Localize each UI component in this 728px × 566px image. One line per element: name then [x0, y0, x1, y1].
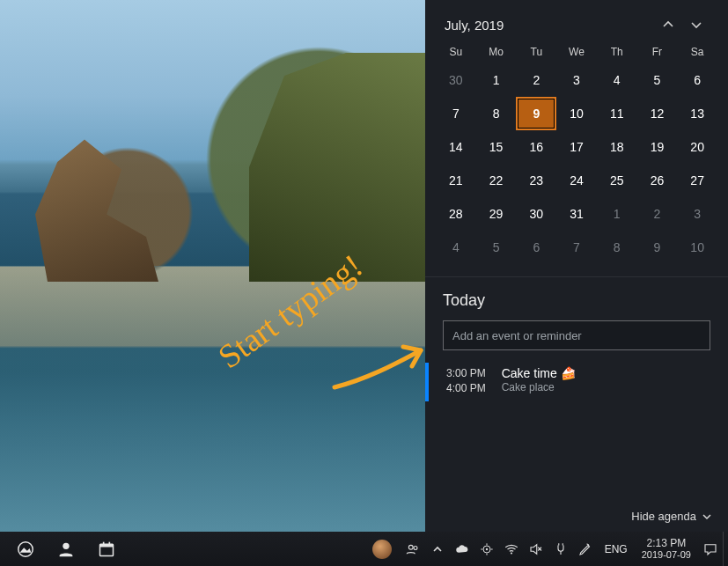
calendar-day[interactable]: 27	[677, 164, 717, 197]
tray-action-center[interactable]	[698, 532, 723, 566]
tray-people-button[interactable]	[401, 532, 425, 566]
people-icon	[56, 540, 76, 559]
calendar-day[interactable]: 10	[556, 97, 597, 130]
calendar-day[interactable]: 2	[637, 197, 678, 231]
calendar-day[interactable]: 30	[436, 63, 476, 97]
calendar-day[interactable]: 14	[436, 130, 476, 164]
calendar-flyout: July, 2019 SuMoTuWeThFrSa 30123456789101…	[425, 0, 728, 532]
power-plug-icon	[553, 541, 569, 557]
calendar-day[interactable]: 20	[677, 130, 717, 164]
calendar-grid: 3012345678910111213141516171819202122232…	[425, 63, 728, 271]
calendar-day[interactable]: 4	[436, 231, 476, 264]
calendar-prev-button[interactable]	[654, 12, 682, 37]
tray-network[interactable]	[499, 532, 524, 566]
calendar-day[interactable]: 31	[556, 197, 597, 231]
pen-icon	[577, 541, 593, 557]
calendar-day-today[interactable]: 9	[516, 97, 556, 130]
calendar-day[interactable]: 25	[597, 164, 637, 197]
cloud-icon	[454, 541, 470, 557]
svg-point-11	[511, 552, 512, 554]
calendar-day[interactable]: 18	[597, 130, 637, 164]
calendar-day[interactable]: 24	[556, 164, 597, 197]
taskbar-user-avatar[interactable]	[372, 540, 392, 559]
calendar-dow-cell: Tu	[516, 46, 556, 58]
calendar-day[interactable]: 15	[476, 130, 517, 164]
tray-ink[interactable]	[573, 532, 598, 566]
calendar-day[interactable]: 4	[597, 63, 637, 97]
calendar-day[interactable]: 28	[436, 197, 476, 231]
show-desktop-button[interactable]	[723, 532, 728, 566]
taskbar: ENG 2:13 PM 2019-07-09	[0, 532, 728, 566]
location-icon	[480, 542, 494, 556]
tray-overflow-button[interactable]	[425, 532, 450, 566]
calendar-icon	[98, 540, 115, 558]
calendar-day[interactable]: 7	[556, 231, 597, 264]
calendar-day[interactable]: 29	[476, 197, 517, 231]
svg-point-7	[408, 545, 413, 549]
svg-point-8	[414, 546, 417, 549]
calendar-day[interactable]: 6	[516, 231, 556, 264]
calendar-dow-cell: We	[556, 46, 597, 58]
svg-rect-4	[100, 544, 114, 547]
tray-location[interactable]	[474, 532, 499, 566]
calendar-day[interactable]: 1	[476, 63, 517, 97]
chevron-up-icon	[662, 18, 674, 31]
taskbar-app-photos[interactable]	[7, 532, 44, 566]
calendar-dow-cell: Su	[436, 46, 476, 58]
calendar-day[interactable]: 21	[436, 164, 476, 197]
tray-volume[interactable]	[524, 532, 548, 566]
calendar-day[interactable]: 1	[597, 197, 637, 231]
agenda-heading: Today	[443, 291, 710, 310]
calendar-dow-cell: Mo	[476, 46, 517, 58]
calendar-day[interactable]: 3	[556, 63, 597, 97]
calendar-day[interactable]: 5	[476, 231, 517, 264]
chevron-up-icon	[432, 544, 443, 555]
svg-point-10	[486, 548, 488, 549]
calendar-day[interactable]: 12	[637, 97, 678, 130]
calendar-day[interactable]: 8	[597, 231, 637, 264]
calendar-dow-cell: Sa	[677, 46, 717, 58]
calendar-next-button[interactable]	[682, 12, 710, 37]
event-accent-bar	[425, 363, 429, 401]
calendar-day[interactable]: 5	[637, 63, 678, 97]
calendar-day[interactable]: 10	[677, 231, 717, 264]
calendar-day[interactable]: 16	[516, 130, 556, 164]
tray-language[interactable]: ENG	[598, 532, 635, 566]
event-location: Cake place	[502, 381, 576, 393]
tray-power[interactable]	[548, 532, 573, 566]
calendar-day[interactable]: 6	[677, 63, 717, 97]
calendar-dow-cell: Fr	[637, 46, 678, 58]
calendar-day[interactable]: 22	[476, 164, 517, 197]
calendar-day[interactable]: 23	[516, 164, 556, 197]
tray-clock[interactable]: 2:13 PM 2019-07-09	[635, 538, 698, 561]
calendar-day[interactable]: 2	[516, 63, 556, 97]
calendar-day[interactable]: 8	[476, 97, 517, 130]
calendar-month-label[interactable]: July, 2019	[445, 18, 654, 33]
calendar-day[interactable]: 26	[637, 164, 678, 197]
calendar-day[interactable]: 19	[637, 130, 678, 164]
calendar-day[interactable]: 30	[516, 197, 556, 231]
photos-icon	[16, 540, 35, 559]
add-event-input[interactable]	[443, 320, 710, 350]
calendar-day[interactable]: 3	[677, 197, 717, 231]
event-title: Cake time 🍰	[502, 366, 576, 380]
system-tray: ENG 2:13 PM 2019-07-09	[401, 532, 728, 566]
tray-onedrive[interactable]	[450, 532, 474, 566]
hide-agenda-button[interactable]: Hide agenda	[631, 510, 712, 523]
calendar-day[interactable]: 7	[436, 97, 476, 130]
calendar-day[interactable]: 13	[677, 97, 717, 130]
taskbar-app-calendar[interactable]	[88, 532, 125, 566]
calendar-day[interactable]: 17	[556, 130, 597, 164]
event-end-time: 4:00 PM	[446, 381, 486, 396]
tray-time: 2:13 PM	[642, 538, 691, 549]
calendar-day[interactable]: 11	[597, 97, 637, 130]
people-bar-icon	[405, 541, 421, 557]
taskbar-app-people[interactable]	[48, 532, 85, 566]
desktop-wallpaper[interactable]: Start typing!	[0, 0, 425, 532]
svg-rect-6	[109, 541, 111, 545]
svg-rect-5	[103, 541, 105, 545]
agenda-event[interactable]: 3:00 PM 4:00 PM Cake time 🍰 Cake place	[443, 366, 710, 396]
svg-point-2	[63, 542, 69, 548]
notification-icon	[702, 541, 718, 557]
calendar-day[interactable]: 9	[637, 231, 678, 264]
